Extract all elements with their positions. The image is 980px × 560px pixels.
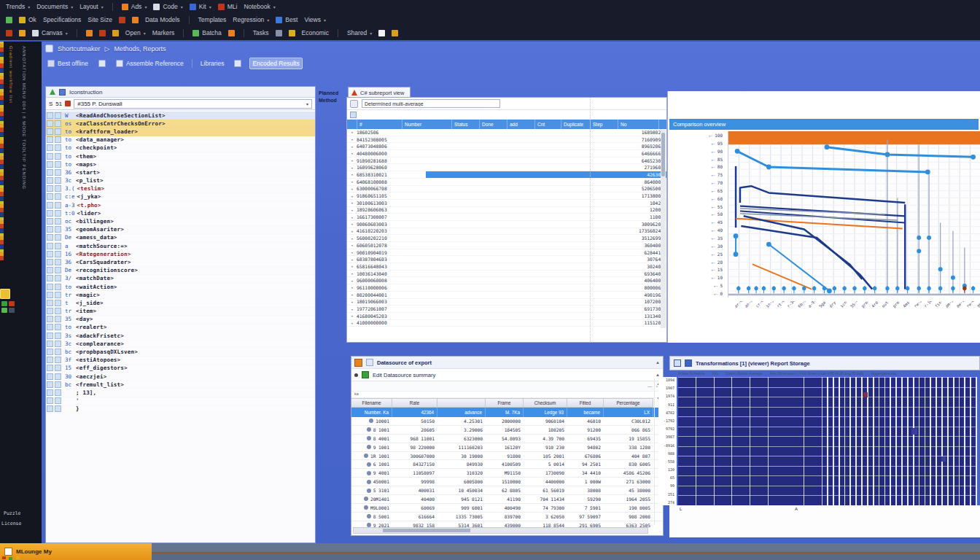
code-line[interactable]: bc <fremult_list> xyxy=(46,381,315,389)
code-line[interactable]: De <amess_data> xyxy=(46,234,315,242)
vertical-scrollbar[interactable] xyxy=(661,130,666,328)
table-row[interactable]: ◂ 18602506 16898020 xyxy=(347,129,666,136)
code-line[interactable]: De <recognitionscore> xyxy=(46,267,315,275)
code-line[interactable]: 30 <aeczjei> xyxy=(46,373,315,381)
toolbar-item[interactable]: ▾ xyxy=(6,30,12,36)
code-line[interactable]: 35 <day> xyxy=(46,316,315,324)
table-row[interactable]: ◂ 40480006000 64666664 xyxy=(347,150,666,158)
summary-row[interactable]: 5 310140003110 45003462 880561 560193800… xyxy=(351,486,663,495)
summary-row[interactable]: 1R 100130060700030 1900091800105 2001676… xyxy=(351,452,663,461)
table-row[interactable]: ◂ 68538310021 426307 xyxy=(347,171,666,179)
breadcrumb-title[interactable]: Shortcutmaker xyxy=(58,45,101,52)
toolbar-item[interactable]: Tasks ▾ xyxy=(253,29,269,36)
table-row[interactable]: ◂ 60605012078 3604004 xyxy=(347,242,666,249)
rail-yellow-chip[interactable] xyxy=(0,289,10,299)
selected-header-row[interactable]: Number. Ka42364advanceM. 7KaLedge 93beca… xyxy=(351,408,663,417)
selected-header-cell[interactable]: M. 7Ka xyxy=(486,408,524,417)
group-header-cell[interactable]: Frame xyxy=(486,398,524,408)
toolbar-item[interactable]: ▾ xyxy=(99,30,106,36)
menu-item[interactable]: Notebook ▾ xyxy=(244,3,275,10)
table-row[interactable]: ◂ 41680045203 1313400 xyxy=(347,313,666,320)
toolbar-item[interactable]: ▾ xyxy=(132,17,139,23)
toolbar-item[interactable]: ▾ xyxy=(77,29,77,37)
window-toolbar-button[interactable]: Assemble Reference xyxy=(114,58,186,69)
selected-header-cell[interactable]: 42364 xyxy=(392,408,438,417)
column-header[interactable]: # xyxy=(357,120,402,129)
menu-item[interactable]: Layout ▾ xyxy=(79,3,104,10)
code-line[interactable]: os <zaClassCntrChecksOnError> xyxy=(46,120,315,128)
table-row[interactable]: ◂ 90060603003 30096204 xyxy=(347,221,666,228)
table-row[interactable]: ◂ 64068100088 8640005 xyxy=(347,179,666,186)
play-icon[interactable] xyxy=(50,89,55,95)
table-row[interactable]: ◂ 80200044001 4901964 xyxy=(347,292,666,299)
toolbar-item[interactable]: Shared ▾ xyxy=(347,29,372,36)
table-row[interactable]: ◂ 41610220203 173560246 xyxy=(347,228,666,236)
column-header[interactable]: Status xyxy=(452,120,480,129)
menu-item[interactable]: MLi ▾ xyxy=(218,3,238,10)
tab-subreport[interactable]: C# subreport view xyxy=(348,87,411,98)
menu-item[interactable]: Documents ▾ xyxy=(36,3,73,10)
toolbar-item[interactable]: ▾ xyxy=(189,16,190,24)
code-line[interactable]: to <data_manager> xyxy=(46,136,315,144)
code-line[interactable]: W <ReadAndChooseSectionList> xyxy=(46,112,315,120)
code-line[interactable]: 3/ <matchDate> xyxy=(46,275,315,283)
menu-item[interactable]: Trends ▾ xyxy=(6,3,30,10)
code-line[interactable]: to <kraftform_loader> xyxy=(46,128,315,136)
table-row[interactable]: ◂ 64073048806 89692065 xyxy=(347,143,666,150)
selected-header-cell[interactable]: Number. Ka xyxy=(351,408,392,417)
toolbar-item[interactable]: ▾ xyxy=(86,30,93,36)
code-line[interactable]: 3f <estiAtopoes> xyxy=(46,357,315,365)
summary-row[interactable]: 450001999986005800151000044000001 000W27… xyxy=(351,478,663,486)
column-header[interactable]: Duplicate xyxy=(561,120,591,129)
toolbar-item[interactable]: ▾ xyxy=(244,29,244,37)
group-header-cell[interactable]: Checksum xyxy=(524,398,567,408)
toolbar-item[interactable]: ▾ xyxy=(19,30,26,36)
column-header[interactable]: Done xyxy=(480,120,508,129)
column-header[interactable] xyxy=(347,120,357,129)
code-line[interactable]: ; 13], xyxy=(46,389,315,397)
code-line[interactable]: 3c <complearance> xyxy=(46,340,315,348)
code-lines[interactable]: W <ReadAndChooseSectionList> os <zaClass… xyxy=(46,112,315,542)
scrollbar-thumb[interactable] xyxy=(383,529,470,532)
table-row[interactable]: ◂ 16617308007 11006 xyxy=(347,214,666,221)
toolbar-item[interactable]: Canvas ▾ xyxy=(32,29,68,36)
summary-subtitle[interactable]: Edit Datasource summary xyxy=(373,372,435,378)
search-icon[interactable] xyxy=(350,100,358,108)
code-line[interactable]: tr <item> xyxy=(46,308,315,316)
collapse-icon[interactable]: ▲ xyxy=(656,360,660,365)
window-toolbar-button[interactable] xyxy=(96,58,108,69)
code-line[interactable]: t <j_side> xyxy=(46,299,315,307)
table-row[interactable]: ◂ 68387804603 307640 xyxy=(347,256,666,263)
summary-filter-row[interactable]: — ▫ xyxy=(351,381,663,392)
summary-row[interactable]: 8 50016166641335 730058397003 6205097 59… xyxy=(351,513,663,521)
toolbar-item[interactable]: Batcha ▾ xyxy=(192,29,221,36)
code-line[interactable]: to <checkpoint> xyxy=(46,144,315,152)
toolbar-item[interactable]: Data Models ▾ xyxy=(145,16,180,23)
toolbar-item[interactable]: ▾ xyxy=(228,30,235,36)
menu-item[interactable]: Kit ▾ xyxy=(190,3,211,10)
code-line[interactable]: } xyxy=(46,405,315,413)
rail-green-chip[interactable] xyxy=(1,301,7,306)
table-row[interactable]: ◂ 96110000006 8000064 xyxy=(347,284,666,292)
column-header[interactable]: Step xyxy=(591,120,618,129)
table-row[interactable]: ◂ 18928606063 12000 xyxy=(347,207,666,214)
code-line[interactable]: a-3 <t.pho> xyxy=(46,201,315,209)
table-row[interactable]: ◂ 91860651105 17138004 xyxy=(347,192,666,200)
toolbar-item[interactable]: ▾ xyxy=(392,30,398,36)
code-line[interactable]: a <matchSource:=> xyxy=(46,242,315,250)
heatmap-title-bar[interactable]: Transformations [1] (viewer) Report Stor… xyxy=(669,356,980,370)
toolbar-item[interactable]: ▾ xyxy=(119,17,125,23)
selected-header-cell[interactable]: became xyxy=(567,408,604,417)
code-line[interactable]: 3.( <teslim> xyxy=(46,185,315,193)
window-toolbar-button[interactable]: Libraries xyxy=(198,58,227,69)
code-line[interactable]: 35 <geomAsariter> xyxy=(46,226,315,234)
code-line[interactable]: 16 <Rategeneration> xyxy=(46,250,315,258)
toolbar-item[interactable]: Specifications ▾ xyxy=(43,16,81,23)
column-header[interactable]: Cnt xyxy=(535,120,561,129)
rail-red-chip[interactable] xyxy=(9,301,15,306)
selected-header-cell[interactable]: Ledge 93 xyxy=(524,408,567,417)
toolbar-item[interactable]: Templates ▾ xyxy=(198,16,227,23)
toolbar-item[interactable]: ▾ xyxy=(112,30,119,36)
group-header-cell[interactable]: Rate xyxy=(392,398,438,408)
table-row[interactable]: ◂ 19772061007 6917300 xyxy=(347,306,666,313)
